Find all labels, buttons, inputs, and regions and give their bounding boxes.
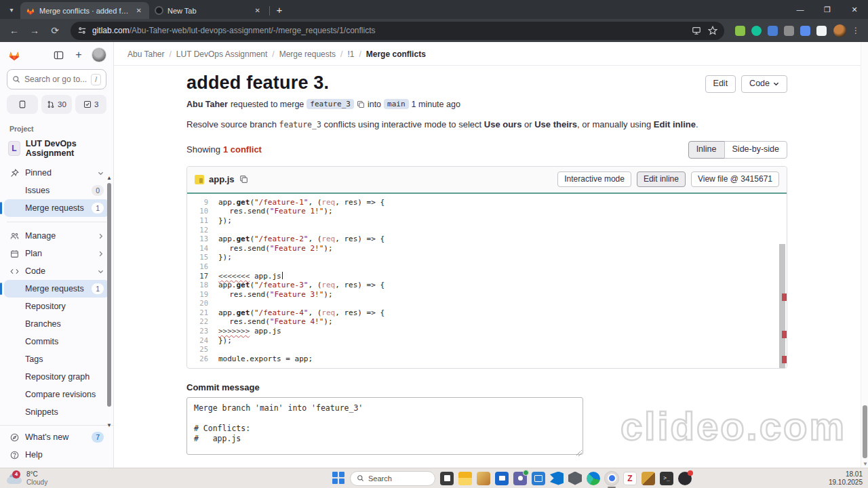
editor-scrollbar[interactable] — [778, 194, 787, 369]
grammarly-icon[interactable] — [751, 26, 762, 36]
source-branch-chip[interactable]: feature_3 — [307, 99, 354, 109]
code-line-22[interactable]: 22res.send("Feature 4!"); — [187, 317, 787, 327]
sidebar-item-manage[interactable]: Manage — [4, 227, 109, 245]
code-line-17[interactable]: 17<<<<<<< app.js — [187, 272, 787, 281]
sidebar-item-plan[interactable]: Plan — [4, 245, 109, 262]
site-info-icon[interactable] — [77, 26, 87, 35]
tab-search-chevron-icon[interactable]: ▾ — [3, 2, 20, 17]
code-line-14[interactable]: 14res.send("Feature 2!"); — [187, 244, 787, 253]
code-line-15[interactable]: 15}); — [187, 253, 787, 262]
bookmark-star-icon[interactable] — [708, 26, 717, 35]
code-line-16[interactable]: 16 — [187, 262, 787, 272]
window-close-button[interactable]: ✕ — [841, 0, 868, 19]
teams-icon[interactable] — [513, 472, 527, 485]
sidebar-item-commits[interactable]: Commits — [4, 333, 109, 350]
sidebar-item-snippets[interactable]: Snippets — [4, 403, 109, 421]
sidebar-item-merge-requests[interactable]: Merge requests1 — [4, 280, 109, 298]
code-line-13[interactable]: 13app.get("/feature-2", (req, res) => { — [187, 235, 787, 244]
sidebar-item-merge-requests[interactable]: Merge requests1 — [4, 199, 109, 217]
url-bar[interactable]: gitlab.com/Abu-Taher-web/lut-devops-assi… — [71, 22, 724, 40]
tab-close-icon[interactable]: ✕ — [253, 6, 262, 15]
code-line-25[interactable]: 25 — [187, 345, 787, 354]
tab-close-icon[interactable]: ✕ — [134, 6, 144, 15]
send-to-device-icon[interactable] — [692, 26, 701, 35]
code-line-23[interactable]: 23>>>>>>> app.js — [187, 327, 787, 336]
project-switcher[interactable]: L LUT DevOps Assignment — [0, 136, 113, 161]
media-app-icon[interactable] — [642, 472, 655, 485]
sidebar-item-repository-graph[interactable]: Repository graph — [4, 368, 109, 386]
sidebar-item-code[interactable]: Code — [4, 262, 109, 280]
view-file-button[interactable]: View file @ 3415671 — [691, 171, 779, 187]
puzzle-extensions-icon[interactable] — [816, 26, 827, 36]
code-line-10[interactable]: 10res.send("Feature 1!"); — [187, 207, 787, 216]
code-dropdown-button[interactable]: Code — [741, 75, 787, 93]
start-button[interactable] — [332, 472, 345, 485]
sidebar-item-branches[interactable]: Branches — [4, 315, 109, 333]
taskbar-weather-widget[interactable]: 4 8°C Cloudy — [0, 470, 156, 486]
copy-branch-icon[interactable] — [357, 100, 365, 108]
translate-icon[interactable] — [768, 26, 778, 36]
edit-button[interactable]: Edit — [705, 75, 736, 93]
zotero-icon[interactable]: Z — [623, 472, 637, 485]
extension-green-icon[interactable] — [735, 26, 745, 36]
sidebar-item-tags[interactable]: Tags — [4, 350, 109, 368]
todos-shortcut-button[interactable]: 3 — [75, 95, 106, 114]
docs-icon[interactable] — [800, 26, 810, 36]
issues-shortcut-button[interactable] — [7, 95, 38, 114]
code-line-9[interactable]: 9app.get("/feature-1", (req, res) => { — [187, 198, 787, 207]
breadcrumb-item[interactable]: LUT DevOps Assignment — [176, 49, 268, 59]
code-line-18[interactable]: 18app.get("/feature-3", (req, res) => { — [187, 281, 787, 290]
taskbar-clock[interactable]: 18.01 19.10.2025 — [829, 468, 863, 488]
code-editor[interactable]: 9app.get("/feature-1", (req, res) => {10… — [187, 194, 787, 369]
code-line-21[interactable]: 21app.get("/feature-4", (req, res) => { — [187, 308, 787, 318]
code-line-11[interactable]: 11}); — [187, 216, 787, 226]
mail-icon[interactable] — [495, 472, 509, 485]
back-icon[interactable]: ← — [5, 22, 23, 39]
user-avatar[interactable] — [92, 47, 106, 62]
sidebar-toggle-icon[interactable] — [51, 47, 66, 62]
merge-requests-shortcut-button[interactable]: 30 — [41, 95, 73, 114]
sidebar-scrollbar[interactable]: ▲ ▼ — [106, 175, 113, 423]
window-minimize-button[interactable]: — — [787, 0, 814, 19]
commit-message-input[interactable]: Merge branch 'main' into 'feature_3' # C… — [186, 397, 583, 455]
code-line-19[interactable]: 19res.send("Feature 3!"); — [187, 290, 787, 300]
monitor-app-icon[interactable] — [532, 472, 545, 485]
breadcrumb-item[interactable]: !1 — [347, 49, 354, 59]
search-input[interactable]: Search or go to... / — [7, 69, 106, 89]
screenshot-icon[interactable] — [784, 26, 794, 36]
file-explorer-icon[interactable] — [458, 472, 472, 485]
target-branch-chip[interactable]: main — [384, 99, 409, 109]
sidebar-item-repository[interactable]: Repository — [4, 298, 109, 315]
reload-icon[interactable]: ⟳ — [46, 22, 64, 39]
sidebar-item-compare-revisions[interactable]: Compare revisions — [4, 386, 109, 403]
edit-inline-button[interactable]: Edit inline — [637, 171, 686, 187]
edge-icon[interactable] — [587, 472, 600, 485]
sidebar-item-pinned[interactable]: Pinned — [4, 164, 109, 182]
vscode-icon[interactable] — [550, 472, 564, 485]
gitlab-logo-icon[interactable] — [7, 47, 22, 62]
sidebar-item-help[interactable]: Help — [4, 446, 109, 464]
virtualbox-icon[interactable] — [568, 472, 582, 485]
sidebar-item-what-s-new[interactable]: What's new7 — [4, 428, 109, 446]
conflict-count-link[interactable]: 1 conflict — [223, 144, 262, 155]
side-by-side-view-button[interactable]: Side-by-side — [724, 141, 787, 159]
copy-path-icon[interactable] — [239, 175, 248, 184]
browser-profile-avatar[interactable] — [833, 24, 846, 37]
chrome-icon[interactable] — [605, 472, 618, 485]
breadcrumb-item[interactable]: Merge requests — [279, 49, 336, 59]
breadcrumb-item[interactable]: Abu Taher — [127, 49, 165, 59]
code-line-12[interactable]: 12 — [187, 226, 787, 235]
browser-menu-icon[interactable]: ⋮ — [849, 26, 863, 35]
sidebar-item-issues[interactable]: Issues0 — [4, 182, 109, 199]
page-scrollbar[interactable]: ▼ — [861, 42, 868, 468]
notification-app-icon[interactable] — [678, 472, 692, 485]
browser-tab-1[interactable]: Merge conflicts · added feature 3. ✕ — [20, 2, 149, 19]
browser-tab-2[interactable]: New Tab ✕ — [149, 2, 268, 19]
taskbar-search-input[interactable]: Search — [350, 471, 435, 486]
code-line-20[interactable]: 20 — [187, 299, 787, 308]
forward-icon[interactable]: → — [26, 22, 43, 39]
task-view-icon[interactable] — [440, 472, 454, 485]
sidebar-item-build[interactable]: Build — [4, 421, 109, 425]
terminal-icon[interactable]: >_ — [660, 472, 673, 485]
window-restore-button[interactable]: ❐ — [814, 0, 841, 19]
